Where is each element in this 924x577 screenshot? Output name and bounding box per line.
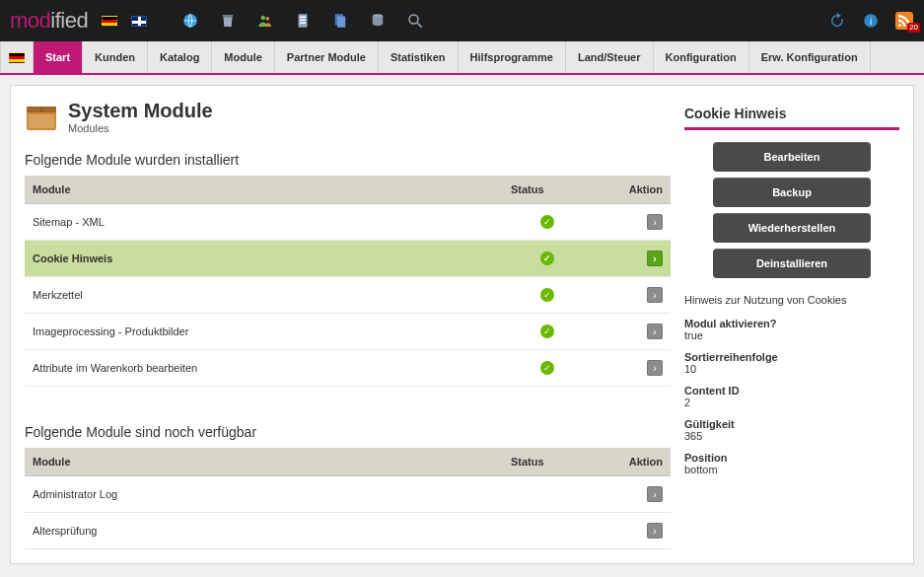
side-property: Positionbottom <box>684 452 899 475</box>
menu-item[interactable]: Land/Steuer <box>566 41 654 73</box>
table-row[interactable]: Altersprüfung› <box>25 513 671 549</box>
side-property-value: 365 <box>684 430 899 442</box>
action-arrow-icon[interactable]: › <box>647 251 663 266</box>
trash-icon[interactable] <box>218 11 238 31</box>
module-name: Sitemap - XML <box>25 204 503 241</box>
svg-rect-20 <box>29 114 54 128</box>
edit-button[interactable]: Bearbeiten <box>713 142 871 172</box>
side-property: Content ID2 <box>684 385 899 408</box>
module-action: › <box>592 277 671 314</box>
main-column: System Module Modules Folgende Module wu… <box>25 100 671 549</box>
side-description: Hinweis zur Nutzung von Cookies <box>684 294 899 306</box>
available-heading: Folgende Module sind noch verfügbar <box>25 424 671 440</box>
status-active-icon: ✓ <box>540 288 554 302</box>
action-arrow-icon[interactable]: › <box>647 360 663 376</box>
documents-icon[interactable] <box>330 11 350 31</box>
topbar: modified i <box>0 0 924 41</box>
info-icon[interactable]: i <box>861 11 881 31</box>
side-property-key: Sortierreihenfolge <box>684 351 899 363</box>
action-arrow-icon[interactable]: › <box>647 287 663 303</box>
available-modules-table: Module Status Aktion Administrator Log›A… <box>25 448 671 549</box>
menu-item[interactable]: Hilfsprogramme <box>459 41 566 73</box>
table-row[interactable]: Cookie Hinweis✓› <box>25 241 671 277</box>
col-status: Status <box>503 448 592 476</box>
table-row[interactable]: Merkzettel✓› <box>25 277 671 314</box>
side-property-value: bottom <box>684 464 899 475</box>
table-row[interactable]: Administrator Log› <box>25 476 671 513</box>
module-name: Administrator Log <box>25 476 503 513</box>
table-row[interactable]: Sitemap - XML✓› <box>25 204 671 241</box>
module-action: › <box>592 476 671 513</box>
toolbar-icons <box>180 11 425 31</box>
status-active-icon: ✓ <box>540 325 554 338</box>
svg-rect-5 <box>300 17 306 19</box>
menu-item[interactable]: Module <box>212 41 275 73</box>
status-active-icon: ✓ <box>540 361 554 375</box>
module-name: Attribute im Warenkorb bearbeiten <box>25 350 503 387</box>
clipboard-icon[interactable] <box>293 11 313 31</box>
module-status: ✓ <box>503 204 592 241</box>
svg-point-16 <box>898 24 901 27</box>
module-status: ✓ <box>503 241 592 277</box>
refresh-icon[interactable] <box>827 11 847 31</box>
menu-item[interactable]: Kunden <box>83 41 148 73</box>
module-name: Merkzettel <box>25 277 503 314</box>
rss-badge: 20 <box>907 23 920 33</box>
menubar-flag[interactable] <box>0 41 34 73</box>
flag-de-icon <box>9 52 25 63</box>
action-arrow-icon[interactable]: › <box>647 523 663 539</box>
module-status <box>503 513 592 549</box>
toolbar-icons-right: i 20 <box>827 11 914 31</box>
menu-item[interactable]: Konfiguration <box>654 41 749 73</box>
installed-modules-table: Module Status Aktion Sitemap - XML✓›Cook… <box>25 176 671 387</box>
menu-item[interactable]: Erw. Konfiguration <box>749 41 871 73</box>
page-subtitle: Modules <box>68 122 213 134</box>
restore-button[interactable]: Wiederherstellen <box>713 213 871 243</box>
menu-item[interactable]: Partner Module <box>275 41 379 73</box>
module-action: › <box>592 241 671 277</box>
logo-part2: ified <box>50 8 88 34</box>
module-action: › <box>592 314 671 350</box>
svg-point-3 <box>266 17 270 21</box>
database-icon[interactable] <box>368 11 388 31</box>
action-arrow-icon[interactable]: › <box>647 214 663 230</box>
side-property: Modul aktivieren?true <box>684 318 899 341</box>
search-icon[interactable] <box>405 11 425 31</box>
backup-button[interactable]: Backup <box>713 178 871 207</box>
module-action: › <box>592 350 671 387</box>
col-module: Module <box>25 176 503 204</box>
side-panel-title: Cookie Hinweis <box>684 106 899 121</box>
menu-item[interactable]: Start <box>34 41 83 73</box>
side-panel-separator <box>684 127 899 130</box>
users-icon[interactable] <box>255 11 275 31</box>
logo[interactable]: modified <box>10 8 88 34</box>
action-arrow-icon[interactable]: › <box>647 324 663 339</box>
menu-item[interactable]: Katalog <box>148 41 212 73</box>
side-property-value: 2 <box>684 397 899 408</box>
col-aktion: Aktion <box>592 448 671 476</box>
menubar: StartKundenKatalogModulePartner ModuleSt… <box>0 41 924 75</box>
rss-icon[interactable]: 20 <box>894 11 914 31</box>
action-arrow-icon[interactable]: › <box>647 486 663 502</box>
side-property-value: 10 <box>684 363 899 375</box>
page-title: System Module <box>68 100 213 122</box>
flag-en-icon[interactable] <box>131 16 147 27</box>
table-row[interactable]: Imageprocessing - Produktbilder✓› <box>25 314 671 350</box>
module-status: ✓ <box>503 350 592 387</box>
svg-rect-7 <box>300 23 306 25</box>
module-status: ✓ <box>503 277 592 314</box>
side-property-key: Modul aktivieren? <box>684 318 899 329</box>
module-action: › <box>592 513 671 549</box>
svg-text:i: i <box>870 16 873 27</box>
menu-item[interactable]: Statistiken <box>379 41 459 73</box>
side-panel: Cookie Hinweis Bearbeiten Backup Wiederh… <box>684 100 899 549</box>
side-property-key: Content ID <box>684 385 899 397</box>
table-row[interactable]: Attribute im Warenkorb bearbeiten✓› <box>25 350 671 387</box>
box-icon <box>25 101 58 134</box>
flag-de-icon[interactable] <box>102 16 117 27</box>
uninstall-button[interactable]: Deinstallieren <box>713 249 871 278</box>
side-buttons: Bearbeiten Backup Wiederherstellen Deins… <box>684 142 899 278</box>
svg-point-2 <box>261 16 266 21</box>
globe-icon[interactable] <box>180 11 200 31</box>
content: System Module Modules Folgende Module wu… <box>10 85 914 564</box>
